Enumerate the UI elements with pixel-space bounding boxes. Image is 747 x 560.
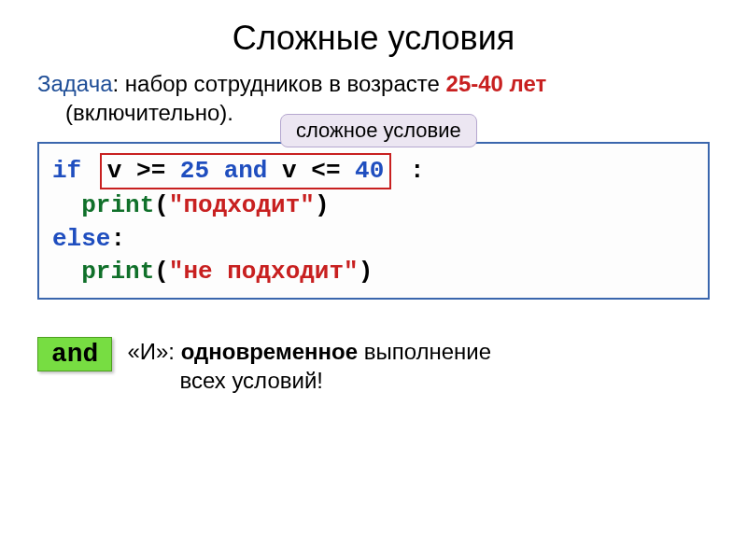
keyword-else: else bbox=[52, 225, 110, 253]
keyword-print-1: print bbox=[81, 191, 154, 219]
callout-label: сложное условие bbox=[280, 114, 477, 147]
task-label: Задача bbox=[37, 71, 113, 96]
code-line-2: print("подходит") bbox=[52, 189, 695, 222]
and-prefix: «И»: bbox=[127, 339, 180, 364]
slide-content: Сложные условия Задача: набор сотруднико… bbox=[0, 0, 747, 413]
condition-box: v >= 25 and v <= 40 bbox=[100, 153, 391, 189]
code-block: if v >= 25 and v <= 40 : print("подходит… bbox=[37, 142, 710, 299]
code-line-1: if v >= 25 and v <= 40 : bbox=[52, 153, 695, 189]
colon2: : bbox=[110, 225, 125, 253]
keyword-if: if bbox=[52, 157, 81, 185]
and-description: «И»: одновременное выполнение всех услов… bbox=[127, 337, 491, 395]
cond-p1: v >= bbox=[107, 157, 180, 185]
colon1: : bbox=[410, 157, 425, 185]
task-text-before: : набор сотрудников в возрасте bbox=[113, 71, 446, 96]
num-40: 40 bbox=[355, 157, 384, 185]
and-explanation: and «И»: одновременное выполнение всех у… bbox=[37, 337, 710, 395]
task-age-range: 25-40 лет bbox=[446, 71, 547, 96]
and-bold: одновременное bbox=[181, 339, 358, 364]
keyword-and: and bbox=[209, 157, 282, 185]
string-2: "не подходит" bbox=[169, 258, 359, 286]
and-badge: and bbox=[37, 337, 112, 371]
keyword-print-2: print bbox=[81, 258, 154, 286]
code-line-4: print("не подходит") bbox=[52, 256, 695, 288]
slide-title: Сложные условия bbox=[37, 19, 710, 58]
and-suffix: выполнение bbox=[358, 339, 491, 364]
code-line-3: else: bbox=[52, 223, 695, 256]
cond-p2: v <= bbox=[282, 157, 355, 185]
num-25: 25 bbox=[180, 157, 209, 185]
string-1: "подходит" bbox=[169, 191, 315, 219]
and-line2: всех условий! bbox=[127, 366, 323, 395]
